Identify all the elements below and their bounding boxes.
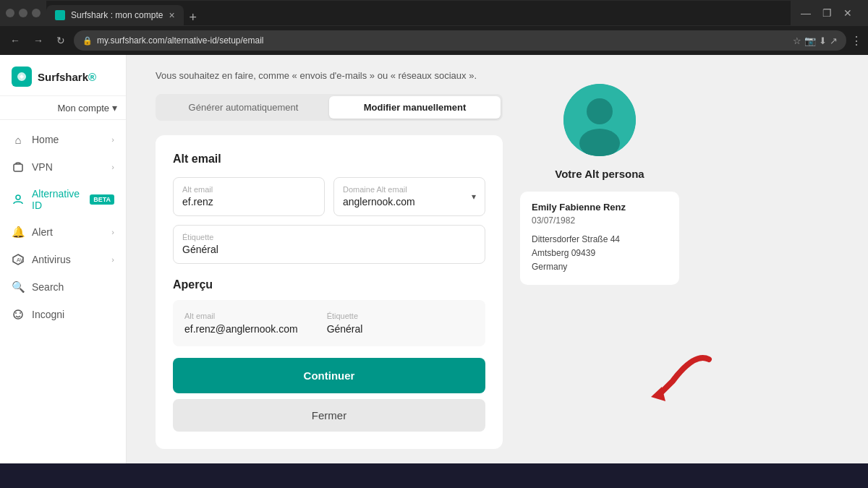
search-icon: 🔍	[12, 281, 25, 294]
chevron-right-icon-antivirus: ›	[111, 255, 114, 264]
beta-badge: BETA	[90, 194, 114, 205]
logo-icon	[12, 67, 32, 87]
chevron-right-icon-vpn: ›	[111, 163, 114, 171]
svg-point-8	[587, 98, 613, 124]
sidebar-navigation: ⌂ Home › VPN › Alternative ID BETA 🔔	[0, 120, 126, 463]
apercu-title: Aperçu	[173, 278, 485, 291]
avatar	[563, 84, 636, 156]
restore-window[interactable]: ❐	[818, 4, 836, 22]
apercu-email-col: Alt email ef.renz@anglernook.com	[184, 312, 298, 335]
svg-rect-0	[14, 164, 22, 171]
sidebar-item-vpn[interactable]: VPN ›	[0, 153, 126, 181]
address-line2: Amtsberg 09439	[532, 248, 595, 258]
continuer-button[interactable]: Continuer	[173, 358, 485, 393]
address-bar: ← → ↻ 🔒 my.surfshark.com/alternative-id/…	[0, 26, 868, 55]
apercu-email-label: Alt email	[184, 312, 298, 320]
app-layout: Surfshark® Mon compte ▾ ⌂ Home › VPN ›	[0, 55, 868, 463]
chevron-down-icon[interactable]: ▾	[112, 102, 117, 114]
sidebar-item-alternative-id[interactable]: Alternative ID BETA	[0, 181, 126, 218]
refresh-button[interactable]: ↻	[52, 32, 69, 49]
screenshot-button[interactable]: 📷	[804, 35, 816, 46]
address-line3: Germany	[532, 262, 567, 272]
forward-button[interactable]: →	[29, 32, 48, 49]
sidebar-item-search[interactable]: 🔍 Search	[0, 273, 126, 301]
alt-email-value: ef.renz	[182, 196, 213, 207]
maximize-btn[interactable]	[19, 9, 27, 17]
url-bar[interactable]: 🔒 my.surfshark.com/alternative-id/setup/…	[74, 30, 846, 51]
alt-email-title: Alt email	[173, 153, 485, 166]
browser-chrome: Surfshark : mon compte × + — ❐ ✕ ← → ↻ 🔒…	[0, 0, 868, 55]
close-btn[interactable]	[32, 9, 41, 17]
tab-manual-edit[interactable]: Modifier manuellement	[329, 96, 501, 119]
close-window[interactable]: ✕	[839, 4, 856, 22]
alternative-id-icon	[12, 193, 25, 206]
chevron-right-icon-alert: ›	[111, 228, 114, 236]
alt-email-label: Alt email	[182, 185, 315, 194]
sidebar-item-home[interactable]: ⌂ Home ›	[0, 126, 126, 153]
svg-point-1	[16, 195, 20, 200]
tab-bar: Surfshark : mon compte × +	[46, 1, 791, 25]
tab-auto-generate[interactable]: Générer automatiquement	[158, 96, 329, 119]
home-icon: ⌂	[12, 133, 25, 146]
titlebar: Surfshark : mon compte × + — ❐ ✕	[0, 0, 868, 26]
star-button[interactable]: ☆	[793, 35, 801, 46]
sidebar-item-antivirus[interactable]: AV Antivirus ›	[0, 246, 126, 273]
domain-label: Domaine Alt email	[343, 185, 415, 194]
banner-text: Vous souhaitez en faire, comme « envois …	[156, 69, 503, 82]
mode-tabs: Générer automatiquement Modifier manuell…	[156, 94, 503, 121]
url-text: my.surfshark.com/alternative-id/setup/em…	[97, 35, 264, 46]
persona-address: Dittersdorfer Straße 44 Amtsberg 09439 G…	[532, 233, 668, 275]
tag-field[interactable]: Étiquette Général	[173, 225, 485, 264]
account-bar: Mon compte ▾	[0, 96, 126, 120]
sidebar-item-incogni[interactable]: Incogni	[0, 301, 126, 328]
form-card: Alt email Alt email ef.renz Domaine Alt …	[156, 135, 503, 449]
sidebar: Surfshark® Mon compte ▾ ⌂ Home › VPN ›	[0, 55, 127, 463]
tag-value: Général	[182, 244, 218, 255]
tab-favicon	[55, 10, 65, 20]
tag-label: Étiquette	[182, 233, 476, 241]
share-button[interactable]: ↗	[830, 35, 838, 46]
persona-card: Emily Fabienne Renz 03/07/1982 Dittersdo…	[520, 192, 679, 285]
tab-close-icon[interactable]: ×	[169, 9, 174, 21]
apercu-email-value: ef.renz@anglernook.com	[184, 323, 298, 335]
antivirus-icon: AV	[12, 253, 25, 266]
svg-text:AV: AV	[17, 257, 23, 262]
email-domain-row: Alt email ef.renz Domaine Alt email angl…	[173, 177, 485, 216]
incogni-icon	[12, 308, 25, 321]
url-actions: ☆ 📷 ⬇ ↗	[793, 35, 838, 46]
right-panel: Votre Alt persona Emily Fabienne Renz 03…	[520, 69, 679, 449]
apercu-card: Alt email ef.renz@anglernook.com Étiquet…	[173, 300, 485, 346]
tab-title: Surfshark : mon compte	[71, 10, 163, 20]
center-panel: Vous souhaitez en faire, comme « envois …	[156, 69, 503, 449]
fermer-button[interactable]: Fermer	[173, 399, 485, 432]
logo-text: Surfshark®	[38, 71, 96, 83]
persona-dob: 03/07/1982	[532, 215, 668, 226]
domain-field[interactable]: Domaine Alt email anglernook.com ▾	[333, 177, 485, 216]
dropdown-arrow-icon: ▾	[472, 192, 476, 202]
back-button[interactable]: ←	[6, 32, 25, 49]
new-tab-button[interactable]: +	[184, 10, 203, 25]
download-ext-button[interactable]: ⬇	[819, 35, 827, 46]
chevron-right-icon: ›	[111, 135, 114, 144]
menu-button[interactable]: ⋮	[851, 34, 862, 48]
apercu-tag-value: Général	[327, 323, 363, 335]
address-line1: Dittersdorfer Straße 44	[532, 234, 620, 244]
apercu-tag-col: Étiquette Général	[327, 312, 363, 335]
alt-email-field[interactable]: Alt email ef.renz	[173, 177, 325, 216]
active-tab[interactable]: Surfshark : mon compte ×	[46, 5, 184, 25]
window-controls	[6, 9, 41, 17]
account-label: Mon compte	[57, 103, 109, 114]
sidebar-logo: Surfshark®	[0, 55, 126, 96]
sidebar-item-alert[interactable]: 🔔 Alert ›	[0, 218, 126, 246]
domain-value: anglernook.com	[343, 196, 415, 207]
main-content: Vous souhaitez en faire, comme « envois …	[127, 55, 868, 463]
lock-icon: 🔒	[82, 36, 93, 46]
vpn-icon	[12, 160, 25, 174]
alert-icon: 🔔	[12, 226, 25, 239]
minimize-window[interactable]: —	[796, 4, 815, 22]
apercu-tag-label: Étiquette	[327, 312, 363, 320]
persona-title: Votre Alt persona	[555, 168, 644, 180]
persona-name: Emily Fabienne Renz	[532, 202, 668, 213]
minimize-btn[interactable]	[6, 9, 14, 17]
